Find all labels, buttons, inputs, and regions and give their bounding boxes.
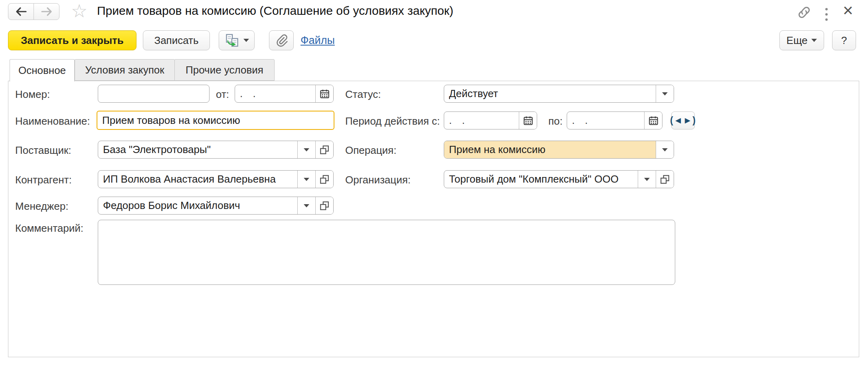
counterparty-open-button[interactable] xyxy=(315,171,333,188)
open-item-icon xyxy=(319,145,330,155)
name-field xyxy=(97,111,334,130)
help-button[interactable]: ? xyxy=(832,30,856,50)
status-dropdown-button[interactable] xyxy=(656,85,674,102)
tab-main-label: Основное xyxy=(18,64,66,77)
number-label: Номер: xyxy=(15,88,50,101)
paperclip-icon xyxy=(275,33,288,48)
period-to-calendar-button[interactable] xyxy=(644,112,662,129)
manager-input[interactable] xyxy=(98,197,297,214)
open-item-icon xyxy=(319,174,330,185)
number-input[interactable] xyxy=(98,85,209,102)
counterparty-input[interactable] xyxy=(98,171,297,188)
tab-main[interactable]: Основное xyxy=(10,59,75,82)
more-button[interactable]: Еще xyxy=(779,30,824,50)
supplier-dropdown-button[interactable] xyxy=(297,141,315,158)
more-label: Еще xyxy=(787,34,808,47)
tab-purchase-terms[interactable]: Условия закупок xyxy=(75,59,175,81)
chevron-down-icon xyxy=(243,39,249,42)
operation-input[interactable] xyxy=(444,141,656,158)
status-label: Статус: xyxy=(345,88,381,101)
tab-purchase-terms-label: Условия закупок xyxy=(85,64,164,76)
manager-label: Менеджер: xyxy=(15,200,68,213)
period-from-input[interactable] xyxy=(444,112,519,129)
period-from-calendar-button[interactable] xyxy=(519,112,537,129)
chevron-down-icon xyxy=(304,204,309,207)
period-icon: (◄►) xyxy=(670,115,696,126)
date-from-label: от: xyxy=(216,88,229,101)
page-title: Прием товаров на комиссию (Соглашение об… xyxy=(97,4,453,18)
manager-dropdown-button[interactable] xyxy=(297,197,315,214)
supplier-open-button[interactable] xyxy=(315,141,333,158)
forward-button[interactable] xyxy=(34,3,59,20)
comment-textarea[interactable] xyxy=(98,220,675,285)
period-to-input[interactable] xyxy=(567,112,644,129)
save-and-close-button[interactable]: Записать и закрыть xyxy=(8,30,136,50)
chevron-down-icon xyxy=(644,178,650,181)
status-field xyxy=(444,85,674,103)
manager-open-button[interactable] xyxy=(315,197,333,214)
agreement-window: ☆ Прием товаров на комиссию (Соглашение … xyxy=(0,0,868,368)
nav-group xyxy=(8,3,59,20)
chevron-down-icon xyxy=(662,92,668,95)
create-based-on-icon xyxy=(224,33,239,48)
operation-field xyxy=(444,141,674,159)
name-input[interactable] xyxy=(97,111,334,129)
open-item-icon xyxy=(660,174,670,185)
document-date-field xyxy=(235,85,334,103)
organization-dropdown-button[interactable] xyxy=(638,171,656,188)
counterparty-dropdown-button[interactable] xyxy=(297,171,315,188)
organization-open-button[interactable] xyxy=(656,171,674,188)
attachments-button[interactable] xyxy=(269,30,294,50)
tab-other-terms[interactable]: Прочие условия xyxy=(174,59,275,81)
save-button[interactable]: Записать xyxy=(143,30,210,50)
favorite-star-icon[interactable]: ☆ xyxy=(71,2,87,20)
kebab-menu-icon[interactable] xyxy=(823,6,830,23)
help-label: ? xyxy=(841,34,847,47)
chevron-down-icon xyxy=(304,148,309,151)
calendar-icon xyxy=(319,88,330,99)
create-based-on-button[interactable] xyxy=(219,30,255,50)
operation-dropdown-button[interactable] xyxy=(656,141,674,158)
supplier-field xyxy=(98,141,334,159)
organization-field xyxy=(444,170,674,188)
chevron-down-icon xyxy=(304,178,309,181)
name-label: Наименование: xyxy=(15,115,90,127)
number-field xyxy=(98,85,210,103)
operation-label: Операция: xyxy=(345,144,396,157)
close-icon[interactable]: × xyxy=(843,2,853,19)
supplier-input[interactable] xyxy=(98,141,297,158)
chain-icon xyxy=(796,5,813,20)
period-from-field xyxy=(444,111,537,129)
period-to-label: по: xyxy=(548,115,563,127)
status-input[interactable] xyxy=(444,85,656,102)
comment-label: Комментарий: xyxy=(15,222,83,235)
copy-link-icon[interactable] xyxy=(796,5,813,20)
calendar-icon xyxy=(523,115,534,126)
counterparty-label: Контрагент: xyxy=(15,174,72,186)
organization-input[interactable] xyxy=(444,171,638,188)
organization-label: Организация: xyxy=(345,174,411,186)
counterparty-field xyxy=(98,170,334,188)
period-to-field xyxy=(567,111,662,129)
choose-period-button[interactable]: (◄►) xyxy=(671,111,695,129)
calendar-icon xyxy=(648,115,659,126)
supplier-label: Поставщик: xyxy=(15,144,71,157)
manager-field xyxy=(98,197,334,215)
save-and-close-label: Записать и закрыть xyxy=(21,34,124,47)
chevron-down-icon xyxy=(811,39,817,42)
arrow-right-icon xyxy=(40,6,53,17)
files-link[interactable]: Файлы xyxy=(301,34,335,47)
chevron-down-icon xyxy=(662,148,668,151)
period-from-label: Период действия с: xyxy=(345,115,440,127)
tab-other-terms-label: Прочие условия xyxy=(186,64,263,76)
document-date-input[interactable] xyxy=(235,85,315,102)
arrow-left-icon xyxy=(15,6,28,17)
back-button[interactable] xyxy=(8,3,34,20)
save-label: Записать xyxy=(154,34,198,47)
open-item-icon xyxy=(319,201,330,211)
document-date-calendar-button[interactable] xyxy=(315,85,333,102)
